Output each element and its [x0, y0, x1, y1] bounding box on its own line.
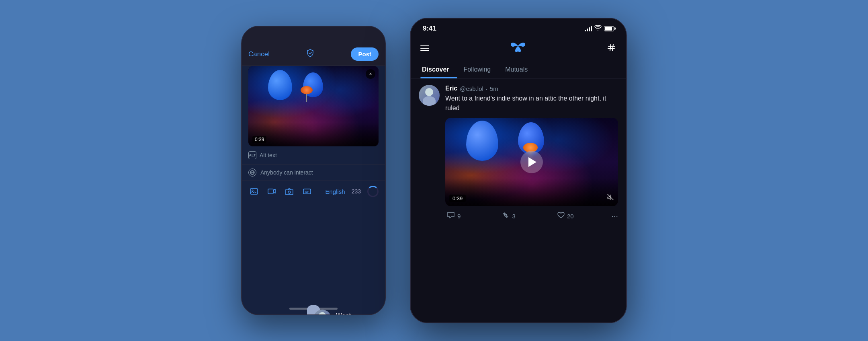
signal-bars-icon [585, 26, 592, 31]
language-label[interactable]: English [326, 188, 345, 195]
phone-right: 9:41 [410, 18, 627, 323]
comment-count: 9 [457, 213, 461, 220]
wifi-icon [594, 25, 602, 32]
post-text: Went to a friend's indie show in an atti… [445, 94, 618, 113]
like-action[interactable]: 20 [557, 211, 611, 221]
post-video-duration: 0:39 [449, 195, 466, 202]
post-avatar[interactable] [419, 85, 440, 106]
char-count: 233 [352, 188, 361, 195]
comment-action[interactable]: 9 [447, 211, 502, 221]
post-author: Eric [445, 85, 457, 92]
mute-button[interactable] [607, 193, 614, 202]
video-icon[interactable] [266, 186, 277, 197]
image-icon[interactable] [248, 186, 260, 197]
phone-left: Cancel Post Went to a friend's i [241, 26, 386, 315]
svg-point-2 [252, 190, 253, 191]
compose-video-duration: 0:39 [252, 136, 266, 143]
post-button[interactable]: Post [351, 47, 379, 61]
compose-body: Went to a friend's indie show in an atti… [307, 305, 320, 314]
post-item: Eric @esb.lol · 5m Went to a friend's in… [411, 78, 626, 226]
battery-icon [604, 26, 614, 31]
compose-toolbar: GIF English 233 [242, 181, 385, 202]
feed: Eric @esb.lol · 5m Went to a friend's in… [411, 78, 626, 323]
svg-rect-1 [250, 189, 258, 194]
tabs-row: Discover Following Mutuals [411, 61, 626, 78]
status-bar-right: 9:41 [411, 18, 626, 39]
post-time: 5m [490, 85, 498, 92]
status-time: 9:41 [423, 25, 436, 33]
repost-action[interactable]: 3 [502, 211, 556, 221]
alt-text-icon: ALT [248, 151, 256, 159]
compose-video-thumbnail[interactable]: 0:39 [248, 66, 379, 146]
repost-count: 3 [512, 213, 515, 220]
phones-container: Cancel Post Went to a friend's i [241, 18, 627, 323]
interaction-label: Anybody can interact [260, 169, 313, 176]
tab-following[interactable]: Following [462, 61, 499, 78]
shield-icon [306, 49, 315, 60]
svg-text:GIF: GIF [305, 191, 309, 193]
like-count: 20 [567, 213, 574, 220]
gif-icon[interactable]: GIF [301, 186, 313, 197]
repost-icon [502, 211, 510, 221]
tab-discover[interactable]: Discover [420, 61, 457, 78]
cancel-button[interactable]: Cancel [248, 50, 270, 58]
post-content: Eric @esb.lol · 5m Went to a friend's in… [445, 85, 618, 226]
interaction-row[interactable]: Anybody can interact [242, 164, 385, 181]
progress-circle [367, 186, 379, 197]
tab-mutuals[interactable]: Mutuals [504, 61, 536, 78]
svg-rect-3 [268, 189, 273, 194]
menu-icon[interactable] [420, 45, 429, 51]
post-video[interactable]: 0:39 [445, 118, 618, 206]
more-button[interactable]: ··· [611, 212, 618, 221]
compose-header: Cancel Post [242, 43, 385, 66]
post-actions: 9 3 [445, 206, 618, 226]
like-icon [557, 211, 565, 221]
camera-icon[interactable] [284, 186, 295, 197]
hashtag-icon[interactable] [607, 43, 616, 54]
comment-icon [447, 211, 455, 221]
app-header [411, 39, 626, 61]
interaction-icon [248, 168, 256, 177]
status-icons [585, 25, 614, 32]
status-bar-left [242, 27, 385, 43]
post-dot: · [486, 85, 487, 92]
post-video-thumbnail: 0:39 [445, 118, 618, 206]
compose-video-container: × 0:39 [248, 66, 379, 146]
post-handle: @esb.lol [460, 85, 483, 92]
alt-text-row[interactable]: ALT Alt text [242, 146, 385, 164]
svg-point-4 [288, 191, 291, 193]
bluesky-logo[interactable] [511, 42, 525, 55]
play-button[interactable] [520, 151, 543, 173]
alt-text-label: Alt text [260, 152, 277, 158]
post-header: Eric @esb.lol · 5m [445, 85, 618, 92]
compose-video-close-button[interactable]: × [366, 69, 375, 79]
